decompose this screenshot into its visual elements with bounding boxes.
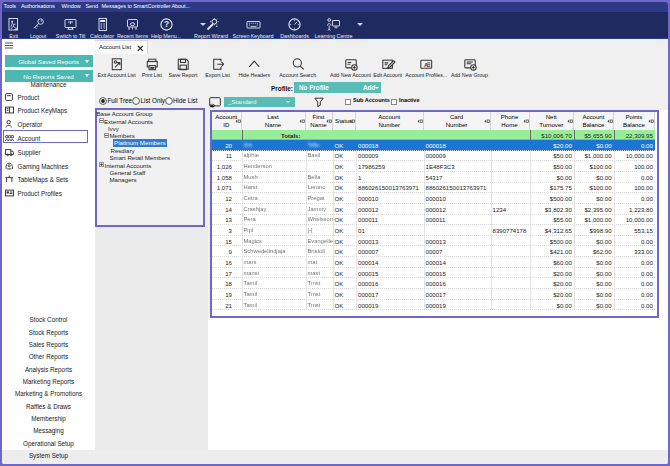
svg-text:?: ? xyxy=(163,19,168,29)
